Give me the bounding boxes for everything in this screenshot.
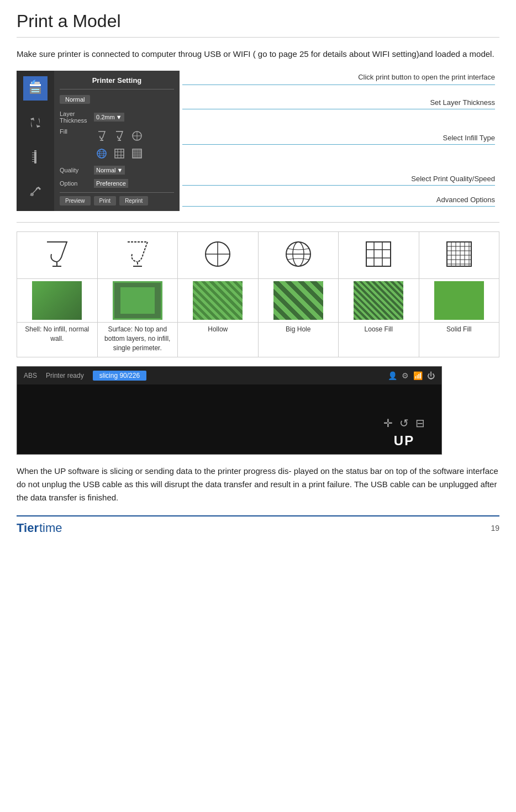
- infill-desc-loosefill: Loose Fill: [339, 323, 419, 357]
- infill-preview-solidfill: [419, 279, 499, 323]
- infill-desc-solidfill: Solid Fill: [419, 323, 499, 357]
- ann-line-3: [182, 144, 495, 145]
- infill-icon-row: [17, 232, 499, 279]
- infill-preview-shell: [17, 279, 98, 323]
- infill-section: Shell: No infill, normal wall. Surface: …: [17, 222, 499, 357]
- infill-cell-solidfill-icon: [419, 232, 499, 279]
- sidebar-measure-icon[interactable]: [23, 145, 48, 169]
- green-preview-surface: [113, 281, 162, 320]
- fill-icon-loosefill[interactable]: [112, 146, 127, 161]
- preview-button[interactable]: Preview: [60, 196, 91, 205]
- svg-rect-43: [366, 242, 391, 266]
- infill-cell-bighole-icon: [258, 232, 339, 279]
- bottom-text: When the UP software is slicing or sendi…: [17, 465, 499, 504]
- page-number: 19: [491, 524, 499, 532]
- quality-label: Quality: [60, 167, 94, 173]
- annotation-5: Advanced Options: [182, 193, 495, 206]
- svg-rect-8: [32, 152, 34, 153]
- svg-rect-12: [32, 161, 34, 162]
- page-title: Print a Model: [17, 11, 499, 31]
- infill-desc-row: Shell: No infill, normal wall. Surface: …: [17, 323, 499, 357]
- title-divider: [17, 37, 499, 38]
- svg-rect-21: [115, 149, 124, 158]
- panel-title: Printer Setting: [60, 76, 174, 85]
- diagram-section: Printer Setting Normal Layer Thickness 0…: [17, 71, 499, 211]
- infill-desc-shell: Shell: No infill, normal wall.: [17, 323, 98, 357]
- diagram-annotations: Click print button to open the print int…: [182, 71, 499, 211]
- reprint-button[interactable]: Reprint: [119, 196, 148, 205]
- brand-tier: Tier: [17, 521, 39, 535]
- infill-preview-hollow: [178, 279, 259, 323]
- up-ctrl-2: ↺: [399, 416, 409, 430]
- status-slicing: slicing 90/226: [93, 371, 146, 381]
- printer-ui-area: Printer Setting Normal Layer Thickness 0…: [17, 71, 182, 211]
- svg-rect-2: [30, 87, 41, 94]
- sidebar: [17, 71, 54, 211]
- infill-desc-surface: Surface: No top and bottom layers, no in…: [97, 323, 178, 357]
- layer-thickness-label: Layer Thickness: [60, 110, 94, 124]
- svg-rect-9: [32, 155, 34, 155]
- svg-rect-6: [34, 150, 36, 164]
- annotation-2: Set Layer Thickness: [182, 96, 495, 109]
- layer-thickness-dropdown[interactable]: 0.2mm ▼: [94, 113, 124, 122]
- fill-icon-hollow[interactable]: [129, 128, 145, 144]
- footer-brand: Tiertime: [17, 521, 62, 535]
- quality-dropdown[interactable]: Normal ▼: [94, 166, 125, 175]
- green-preview-solidfill: [434, 281, 484, 320]
- fill-icons: [94, 128, 145, 161]
- sidebar-rotate-icon[interactable]: [23, 110, 48, 135]
- panel-buttons: Preview Print Reprint: [60, 192, 174, 205]
- infill-preview-surface: [97, 279, 178, 323]
- quality-badge: Normal: [60, 95, 90, 104]
- fill-icon-surface[interactable]: [112, 128, 127, 144]
- option-row: Option Preference: [60, 179, 174, 188]
- infill-cell-shell-icon: [17, 232, 98, 279]
- printer-ui: Printer Setting Normal Layer Thickness 0…: [17, 71, 180, 211]
- status-icons: 👤 ⚙ 📶 ⏻: [388, 371, 435, 380]
- ann-line-5: [182, 206, 495, 207]
- status-icon-power: ⏻: [427, 371, 435, 380]
- svg-rect-11: [32, 159, 34, 160]
- green-preview-shell: [32, 281, 82, 320]
- surface-inner: [120, 287, 155, 314]
- svg-rect-10: [32, 157, 34, 157]
- sidebar-print-icon[interactable]: [23, 76, 48, 101]
- up-controls: ✛ ↺ ⊟: [383, 416, 425, 430]
- status-ready: Printer ready: [46, 372, 84, 379]
- up-ctrl-1: ✛: [383, 416, 393, 430]
- up-brand-text: UP: [394, 433, 414, 449]
- fill-icon-bighole[interactable]: [94, 146, 109, 161]
- printer-panel: Printer Setting Normal Layer Thickness 0…: [54, 71, 180, 211]
- status-bar: ABS Printer ready slicing 90/226 👤 ⚙ 📶 ⏻: [17, 367, 441, 384]
- option-label: Option: [60, 180, 94, 187]
- status-icon-user: 👤: [388, 371, 397, 380]
- status-icon-gear: ⚙: [402, 371, 409, 380]
- sidebar-tools-icon[interactable]: [23, 179, 48, 203]
- annotation-3: Select Infill Type: [182, 131, 495, 144]
- fill-icon-solidfill[interactable]: [129, 146, 145, 161]
- panel-divider: [60, 89, 174, 89]
- svg-rect-26: [133, 149, 141, 158]
- status-screenshot: ABS Printer ready slicing 90/226 👤 ⚙ 📶 ⏻…: [17, 366, 442, 455]
- fill-row: Fill: [60, 128, 174, 161]
- intro-text: Make sure printer is connected to comput…: [17, 48, 499, 61]
- infill-img-row: [17, 279, 499, 323]
- green-preview-bighole: [273, 281, 323, 320]
- status-icon-signal: 📶: [413, 371, 423, 380]
- fill-icon-shell[interactable]: [94, 128, 109, 144]
- option-dropdown[interactable]: Preference: [94, 179, 128, 188]
- status-content: ✛ ↺ ⊟ UP: [17, 384, 441, 454]
- infill-cell-hollow-icon: [178, 232, 259, 279]
- annotation-1: Click print button to open the print int…: [182, 71, 495, 85]
- infill-preview-bighole: [258, 279, 339, 323]
- green-preview-hollow: [193, 281, 243, 320]
- page-container: Print a Model Make sure printer is conne…: [0, 0, 516, 546]
- green-preview-loosefill: [354, 281, 403, 320]
- fill-label: Fill: [60, 128, 94, 135]
- footer: Tiertime 19: [17, 515, 499, 535]
- infill-cell-loosefill-icon: [339, 232, 419, 279]
- svg-rect-48: [447, 242, 471, 266]
- quality-row: Quality Normal ▼: [60, 166, 174, 175]
- brand-time: time: [39, 521, 62, 535]
- print-button[interactable]: Print: [94, 196, 117, 205]
